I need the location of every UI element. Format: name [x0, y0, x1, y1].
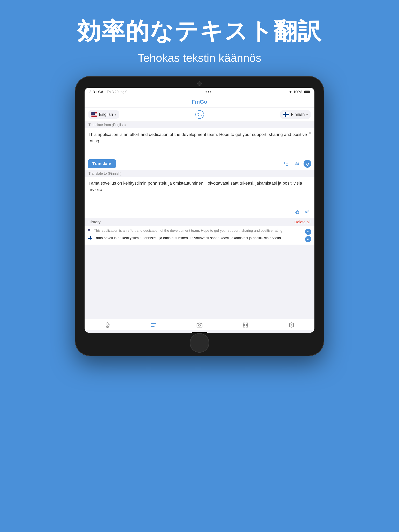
svg-rect-14: [243, 323, 245, 325]
tab-text[interactable]: [151, 322, 156, 328]
input-text: This application is an effort and dedica…: [89, 131, 310, 144]
history-source-text: This application is an effort and dedica…: [94, 229, 303, 233]
input-actions-bar: Translate: [84, 157, 315, 170]
tab-camera[interactable]: [197, 322, 202, 328]
us-flag-icon: [91, 112, 97, 117]
target-language-selector[interactable]: Finnish ▾: [280, 110, 310, 119]
translate-button[interactable]: Translate: [88, 159, 116, 168]
tab-bar: [84, 319, 315, 330]
source-chevron-icon: ▾: [115, 113, 116, 116]
source-language-label: English: [99, 112, 113, 117]
history-source-flag: [88, 229, 92, 232]
copy-source-button[interactable]: [283, 160, 290, 168]
history-source-row: This application is an effort and dedica…: [88, 229, 311, 235]
history-source-audio-button[interactable]: [305, 229, 311, 235]
ipad-frame: 2:31 SA Th 3 20 thg 9 ▾ 100%: [75, 76, 324, 356]
svg-rect-4: [296, 211, 299, 214]
translate-from-label: Translate from (English): [84, 122, 315, 128]
empty-space: [84, 245, 315, 319]
fi-flag-icon: [283, 112, 289, 117]
tab-grid[interactable]: [243, 322, 248, 328]
output-area: Tämä sovellus on kehitystiimin ponnistel…: [84, 177, 315, 206]
svg-rect-16: [243, 326, 245, 327]
svg-marker-6: [307, 231, 308, 233]
app-title: FinGo: [192, 99, 207, 105]
clear-button[interactable]: ✕: [308, 131, 312, 136]
tab-settings[interactable]: [289, 322, 294, 328]
swap-languages-button[interactable]: [195, 110, 204, 119]
svg-marker-7: [307, 238, 308, 240]
history-header: History Delete all: [84, 218, 315, 226]
svg-rect-17: [246, 326, 248, 327]
ipad-screen: 2:31 SA Th 3 20 thg 9 ▾ 100%: [84, 88, 315, 333]
svg-rect-0: [286, 163, 288, 165]
header-section: 効率的なテキスト翻訳 Tehokas tekstin käännös: [0, 0, 399, 76]
tab-microphone[interactable]: [105, 322, 110, 328]
status-dot-3: [210, 91, 211, 93]
app-titlebar: FinGo: [84, 96, 315, 108]
history-item: This application is an effort and dedica…: [84, 226, 315, 245]
wifi-icon: ▾: [290, 89, 291, 94]
speak-target-button[interactable]: [303, 208, 311, 216]
language-bar: English ▾ Finnish ▾: [84, 108, 315, 122]
battery-icon: [304, 90, 310, 93]
svg-marker-5: [306, 211, 307, 213]
title-japanese: 効率的なテキスト翻訳: [0, 16, 399, 47]
translate-to-label: Translate to (Finnish): [84, 170, 315, 177]
action-icons: [283, 160, 311, 168]
tab-indicator: [192, 332, 207, 333]
copy-target-button[interactable]: [293, 208, 301, 216]
target-language-label: Finnish: [291, 112, 305, 117]
ipad-camera: [197, 81, 202, 86]
svg-point-18: [291, 324, 292, 326]
input-area[interactable]: This application is an effort and dedica…: [84, 128, 315, 157]
output-text: Tämä sovellus on kehitystiimin ponnistel…: [89, 180, 310, 193]
history-target-row: Tämä sovellus on kehitystiimin ponnistel…: [88, 236, 311, 242]
delete-all-button[interactable]: Delete all: [294, 220, 310, 224]
history-target-text: Tämä sovellus on kehitystiimin ponnistel…: [94, 236, 303, 240]
status-time: 2:31 SA: [89, 90, 103, 94]
history-target-audio-button[interactable]: [305, 236, 311, 242]
status-dot-1: [206, 91, 207, 93]
svg-marker-1: [295, 163, 297, 165]
output-actions-bar: [84, 206, 315, 218]
ipad-home-button[interactable]: [190, 333, 209, 353]
battery-percent: 100%: [293, 90, 302, 94]
target-chevron-icon: ▾: [306, 113, 308, 116]
ipad-container: 2:31 SA Th 3 20 thg 9 ▾ 100%: [75, 76, 324, 356]
status-date: Th 3 20 thg 9: [107, 90, 127, 94]
history-target-flag: [88, 236, 92, 240]
svg-point-13: [199, 324, 200, 326]
history-label: History: [89, 220, 101, 224]
svg-rect-15: [246, 323, 248, 325]
status-bar: 2:31 SA Th 3 20 thg 9 ▾ 100%: [84, 88, 315, 96]
microphone-button[interactable]: [303, 160, 311, 168]
status-right: ▾ 100%: [290, 89, 310, 94]
status-center: [206, 91, 211, 93]
speak-source-button[interactable]: [293, 160, 301, 168]
title-finnish: Tehokas tekstin käännös: [0, 51, 399, 64]
status-dot-2: [208, 91, 209, 93]
source-language-selector[interactable]: English ▾: [89, 110, 119, 119]
